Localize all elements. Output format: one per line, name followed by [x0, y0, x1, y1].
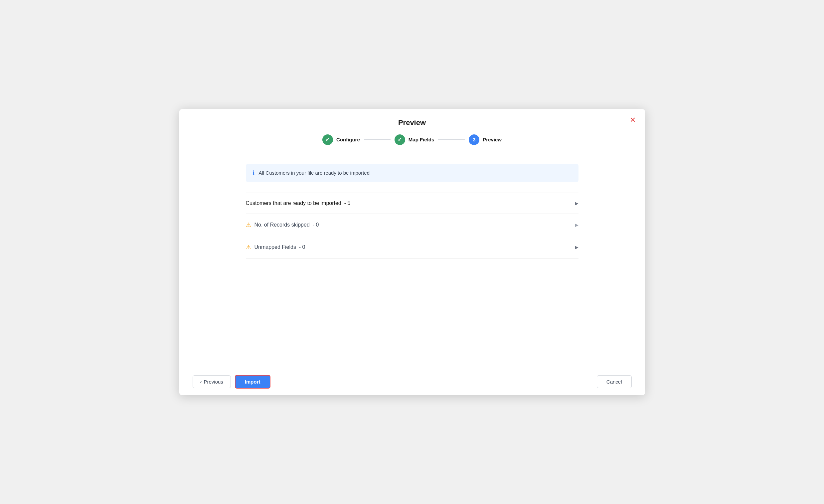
warn-icon-unmapped: ⚠: [246, 243, 251, 251]
connector-1: [364, 139, 391, 140]
customers-ready-label: Customers that are ready to be imported …: [246, 200, 350, 206]
modal: ✕ Preview ✓ Configure ✓ Map Fields: [179, 109, 645, 395]
section-item-customers-ready[interactable]: Customers that are ready to be imported …: [246, 193, 579, 214]
step-map-fields-circle: ✓: [395, 134, 405, 145]
section-list: Customers that are ready to be imported …: [246, 193, 579, 259]
customers-ready-arrow: ▶: [575, 201, 579, 206]
step-configure-label: Configure: [336, 137, 360, 142]
info-banner-text: All Customers in your file are ready to …: [259, 170, 370, 176]
modal-footer: ‹ Previous Import Cancel: [179, 368, 645, 395]
step-map-fields: ✓ Map Fields: [395, 134, 434, 145]
previous-button[interactable]: ‹ Previous: [193, 375, 231, 388]
step-preview-label: Preview: [483, 137, 502, 142]
connector-2: [438, 139, 465, 140]
close-button[interactable]: ✕: [628, 115, 637, 125]
info-icon: ℹ: [252, 169, 255, 177]
step-map-fields-label: Map Fields: [409, 137, 434, 142]
step-preview: 3 Preview: [469, 134, 502, 145]
section-item-unmapped-fields[interactable]: ⚠ Unmapped Fields - 0 ▶: [246, 236, 579, 259]
unmapped-fields-label: Unmapped Fields - 0: [254, 244, 305, 250]
chevron-left-icon: ‹: [200, 379, 202, 385]
records-skipped-label: No. of Records skipped - 0: [254, 222, 319, 228]
step-configure-circle: ✓: [322, 134, 333, 145]
modal-title: Preview: [398, 118, 426, 127]
info-banner: ℹ All Customers in your file are ready t…: [246, 164, 579, 182]
import-label: Import: [245, 379, 261, 385]
section-item-records-skipped[interactable]: ⚠ No. of Records skipped - 0 ▶: [246, 214, 579, 236]
modal-header: Preview ✓ Configure ✓ Map Fields: [179, 109, 645, 152]
stepper: ✓ Configure ✓ Map Fields 3 Preview: [322, 134, 502, 145]
modal-body: ℹ All Customers in your file are ready t…: [179, 152, 645, 368]
warn-icon-skipped: ⚠: [246, 221, 251, 228]
footer-left: ‹ Previous Import: [193, 375, 271, 389]
step-configure: ✓ Configure: [322, 134, 360, 145]
unmapped-fields-arrow: ▶: [575, 244, 579, 250]
records-skipped-arrow: ▶: [575, 222, 579, 227]
import-button[interactable]: Import: [235, 375, 271, 389]
previous-label: Previous: [204, 379, 223, 385]
cancel-button[interactable]: Cancel: [597, 375, 632, 388]
step-preview-circle: 3: [469, 134, 479, 145]
cancel-label: Cancel: [606, 379, 622, 385]
